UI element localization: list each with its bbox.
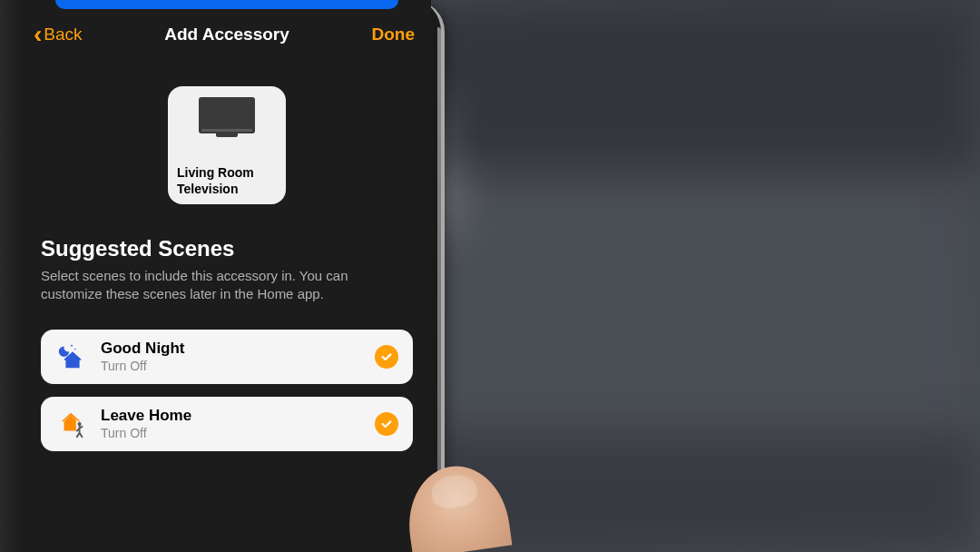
accessory-tile[interactable]: Living Room Television	[168, 86, 286, 204]
navigation-bar: ‹ Back Add Accessory Done	[23, 9, 431, 64]
phone-frame: ‹ Back Add Accessory Done Living Room Te…	[0, 0, 445, 552]
page-title: Add Accessory	[164, 25, 289, 44]
notification-bar	[55, 0, 398, 9]
back-button[interactable]: ‹ Back	[34, 22, 83, 47]
checkmark-icon	[375, 412, 398, 436]
scene-item-leave-home[interactable]: Leave Home Turn Off	[41, 397, 413, 451]
scene-subtitle: Turn Off	[101, 426, 375, 440]
svg-point-1	[74, 348, 76, 350]
night-house-icon	[55, 340, 90, 374]
television-icon	[199, 97, 255, 133]
phone-screen: ‹ Back Add Accessory Done Living Room Te…	[23, 0, 431, 552]
back-label: Back	[44, 25, 82, 44]
done-button[interactable]: Done	[372, 25, 416, 44]
chevron-left-icon: ‹	[34, 22, 42, 47]
section-description: Select scenes to include this accessory …	[41, 267, 413, 304]
section-heading: Suggested Scenes	[41, 236, 413, 261]
scene-subtitle: Turn Off	[101, 359, 375, 373]
scene-title: Good Night	[101, 340, 375, 358]
leave-house-icon	[55, 407, 90, 441]
checkmark-icon	[375, 345, 398, 369]
scene-item-good-night[interactable]: Good Night Turn Off	[41, 330, 413, 384]
accessory-name: Living Room Television	[177, 165, 277, 197]
scene-title: Leave Home	[101, 407, 375, 425]
svg-point-0	[71, 344, 73, 346]
